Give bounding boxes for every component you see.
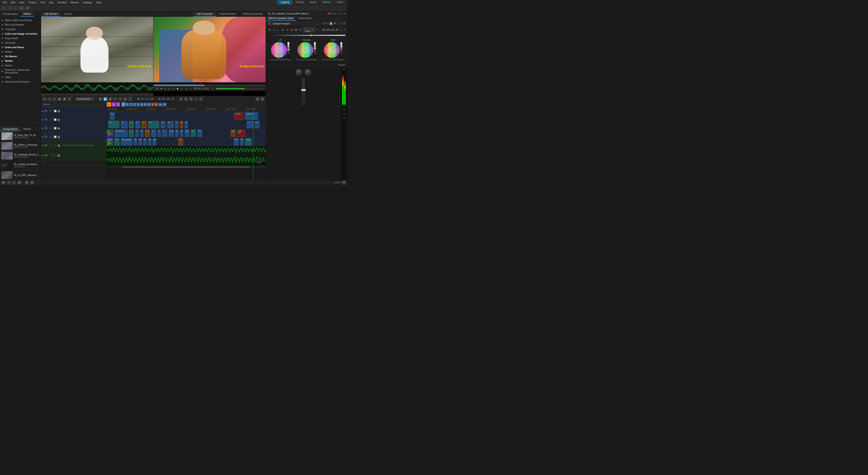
clip-block[interactable]: 14 [142,121,147,128]
toolbar-download-btn[interactable]: ⬇ [25,6,30,10]
effect-channels[interactable]: ▶ Channels [0,27,41,31]
clip-block-2a[interactable]: 2 [158,129,161,137]
lift-vslider[interactable] [287,42,289,58]
clip-block[interactable]: 22 [167,121,174,128]
v1-edit-icon[interactable]: ✏ [50,135,53,139]
knob-1[interactable] [296,69,302,75]
v4-lock2-icon[interactable]: 🔒 [57,110,60,113]
a1-mute-icon[interactable]: ♪ [54,144,57,147]
clip-step-fwd-btn[interactable]: ▷ [68,96,72,96]
clip-block-6[interactable]: 6_ [129,129,134,137]
menu-timeline[interactable]: Timeline [56,1,68,4]
v3-edit-icon[interactable]: ✏ [50,118,53,121]
clip-block-tra[interactable]: Tra [197,129,202,137]
clip-block-alpha[interactable]: Alphaved [107,133,113,138]
knob-2[interactable] [305,69,311,75]
clip-block-to2[interactable]: To... [191,129,196,137]
clip-fullscreen-btn[interactable]: ⊡ [51,96,55,96]
tl-audio-fx-btn[interactable]: ♪ [194,97,198,101]
gamma-vslider[interactable] [314,42,316,58]
clip-list-btn[interactable]: ≡ [98,96,102,96]
clip-block-fade-out[interactable]: Fade out [237,129,245,137]
status-zoom-in-btn[interactable]: ⊞ [25,180,29,184]
effect-motion[interactable]: ▶ Motion [0,50,41,54]
tl-monitor-btn[interactable]: ⊡ [179,97,183,101]
menu-edit[interactable]: Edit [9,1,17,4]
rp-chevron-up-icon[interactable]: ▲ [340,12,342,15]
v2-edit-icon[interactable]: ✏ [50,127,53,130]
effect-enable-checkbox[interactable]: ✓ [268,22,271,25]
tl-play-btn[interactable]: ▶ [103,97,107,101]
clip-v1-aip[interactable]: Aip [153,138,156,145]
tl-home-btn[interactable]: ⌂ [48,97,52,101]
effect-transform[interactable]: ▶ Transform, Distort and Perspective [0,68,41,75]
timeline-scrollbar[interactable] [107,166,266,168]
clip-v1-toda[interactable]: Toda_Musica [121,138,132,145]
clip-block-13[interactable]: 13 [140,129,143,137]
fader-handle[interactable] [301,89,306,91]
v1-lock2-icon[interactable]: 🔒 [57,135,60,139]
tl-fx-btn[interactable]: fx [189,97,193,101]
status-home-btn[interactable]: ⏮ [1,180,5,184]
effect-deprecated[interactable]: ▶ Deprecated [0,36,41,40]
clip-v1-cc[interactable]: CC [178,138,183,145]
eff-chevron-up-icon[interactable]: ▲ [340,22,342,25]
clip-item-4[interactable]: 02_01_MST_Abertura_M... [0,170,41,180]
effect-generate[interactable]: ▶ Generate [0,40,41,45]
clip-prev-frame-btn[interactable]: ⟨ [55,96,59,96]
menu-help[interactable]: Help [94,1,103,4]
clip-block-em[interactable]: Em_Movim... [115,129,127,137]
clip-block-36[interactable]: 36 [180,129,183,137]
clip-block[interactable]: 30 [180,121,183,128]
eff-chevron-down-icon[interactable]: ▼ [343,22,345,25]
toolbar-audio-btn[interactable]: ♪ [13,6,18,10]
tab-audio[interactable]: Audio [307,0,320,5]
mon-tab-library[interactable]: Library [61,11,75,17]
a2-mute-icon[interactable]: ♪ [54,154,57,157]
eff-expand-icon[interactable]: ⛶ [337,22,339,25]
tab-logging[interactable]: Logging [277,0,292,5]
pb-timecode-down[interactable]: ▼ [343,29,345,31]
v3-lock2-icon[interactable]: 🔒 [57,118,60,121]
tl-new-btn[interactable]: + [53,97,57,101]
tl-insert-btn[interactable]: ⤵ [118,97,122,101]
clip-v1-trans[interactable]: Trans [245,138,251,145]
mon-tab-clip[interactable]: Clip Monitor [41,11,61,17]
clip-play-pause-btn[interactable]: ▶ [64,96,67,96]
clip-item-2[interactable]: 01_Gravação_Musica_C 00:02:00:09 [2] [0,151,41,160]
proj-prev-btn[interactable]: ⟪ [167,87,171,90]
clip-item-1[interactable]: 01_Edemir_Levanta da 00:00:22:12 [1] [0,141,41,151]
v2-lock2-icon[interactable]: 🔒 [57,127,60,130]
clip-block[interactable]: 31 [185,121,188,128]
clip-block[interactable]: 3 [247,121,253,128]
tl-marker-btn[interactable]: ◆ [57,97,61,101]
mon-tab-project-monitor[interactable]: Project Monitor [216,11,240,17]
clip-monitor-progress[interactable] [41,94,153,95]
clip-block-99t[interactable]: 99T [185,129,189,137]
menu-project[interactable]: Project [27,1,38,4]
pb-skip-start-icon[interactable]: ⏮ [268,28,272,32]
v2-lock-icon[interactable]: ⬜ [54,127,57,130]
v3-lock-icon[interactable]: ⬜ [54,118,57,121]
gamma-wheel[interactable] [298,42,313,58]
clip-block[interactable]: 18 [161,121,165,128]
clip-block[interactable]: 8_ [121,121,127,128]
clip-block-alp[interactable]: Alp [231,129,236,137]
gradient-slider[interactable] [268,34,345,36]
menu-clip[interactable]: Clip [47,1,55,4]
fader-track[interactable] [302,78,305,105]
rpt-stack-tab[interactable]: Effect/Composition Stack [266,16,296,21]
clip-block[interactable]: 11 [135,121,140,128]
toolbar-menu-btn[interactable]: ≡ [1,6,6,10]
clip-block-23[interactable]: 23_b [145,129,150,137]
clip-v1-tra[interactable]: Tra [148,138,151,145]
pb-prev-icon[interactable]: ◁ [272,28,276,32]
eff-paste-icon[interactable]: ⎘ [327,22,329,25]
status-zoom-out-btn[interactable]: ⊟ [30,180,34,184]
clip-block-11[interactable]: 11 [135,129,138,137]
proj-step-fwd-btn[interactable]: ▷ [180,87,184,90]
proj-next-btn[interactable]: ⟫ [185,87,188,90]
tl-stop-btn[interactable]: ■ [108,97,112,101]
effect-color-correction[interactable]: ▶ Color and Image correction [0,31,41,36]
status-next-btn[interactable]: ▷ [12,180,16,184]
